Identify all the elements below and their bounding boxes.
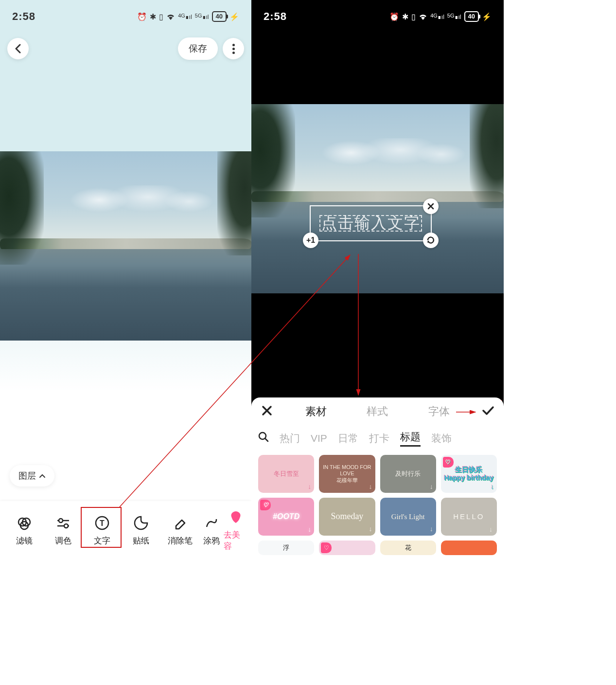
status-time: 2:58 [12,10,35,23]
download-icon: ↓ [430,483,433,491]
tool-beauty[interactable]: 去美容 [224,509,248,552]
sticker-item[interactable]: 及时行乐↓ [380,455,436,493]
text-placeholder: 点击输入文字 [321,213,421,234]
layers-label: 图层 [18,470,36,482]
bottom-toolbar: 滤镜 调色 T 文字 贴纸 消除笔 [0,501,251,559]
panel-confirm-button[interactable] [478,404,498,419]
status-icons: ⏰ ✱ ▯ 4G∎ıl 5G∎ıl 40 ⚡ [389,11,492,22]
sticker-item[interactable]: 冬日雪至↓ [258,455,314,493]
svg-point-9 [259,433,266,439]
vip-badge-icon: ♡ [321,542,332,553]
tool-label: 调色 [55,535,71,546]
download-icon: ↓ [369,525,372,534]
beauty-icon [228,509,244,525]
category-title[interactable]: 标题 [400,430,421,447]
chevron-up-icon [39,473,46,478]
signal-4g-icon: 4G∎ıl [430,13,444,20]
tool-doodle[interactable]: 涂鸦 [199,515,224,546]
download-icon: ↓ [491,483,494,491]
text-duplicate-handle[interactable]: +1 [303,233,318,248]
canvas-image-right[interactable] [251,104,504,293]
more-button[interactable] [223,38,244,59]
tab-font[interactable]: 字体 [419,402,459,421]
doodle-icon [204,515,219,531]
tool-sticker[interactable]: 贴纸 [122,515,160,546]
vip-badge-icon: ♡ [443,457,454,468]
download-icon: ↓ [308,525,311,534]
tool-label: 消除笔 [168,535,193,546]
sticker-item[interactable]: 花 [380,541,436,555]
tool-adjust[interactable]: 调色 [44,515,83,546]
vibrate-icon: ▯ [411,12,416,21]
tab-style[interactable]: 样式 [357,402,398,421]
tool-label: 文字 [94,535,110,546]
download-icon: ↓ [430,525,433,534]
bluetooth-icon: ✱ [402,12,408,21]
charging-icon: ⚡ [482,12,492,21]
sticker-item[interactable]: HELLO↓ [441,498,497,536]
tool-erase[interactable]: 消除笔 [160,515,199,546]
tool-label: 贴纸 [133,535,149,546]
canvas-image-left[interactable] [0,151,251,341]
adjust-icon [55,515,71,531]
tool-filter[interactable]: 滤镜 [5,515,44,546]
panel-close-button[interactable] [257,404,277,419]
sticker-icon [133,515,149,531]
category-row: 热门 VIP 日常 打卡 标题 装饰 [251,426,504,451]
search-button[interactable] [258,432,269,445]
text-input-box[interactable]: 点击输入文字 +1 [304,199,438,247]
sticker-item[interactable]: 浮 [258,541,314,555]
tool-label: 滤镜 [16,535,33,546]
tool-label: 去美容 [224,529,248,552]
bluetooth-icon: ✱ [150,12,156,21]
sticker-item[interactable]: Girl's Light↓ [380,498,436,536]
wifi-icon [419,12,427,21]
charging-icon: ⚡ [229,12,239,21]
text-icon: T [94,515,110,531]
status-bar-left: 2:58 ⏰ ✱ ▯ 4G∎ıl 5G∎ıl 40 ⚡ [0,0,251,26]
layers-button[interactable]: 图层 [10,465,54,487]
download-icon: ↓ [308,483,311,491]
text-close-handle[interactable] [423,198,439,214]
alarm-icon: ⏰ [389,12,399,21]
panel-header: 素材 样式 字体 [251,397,504,426]
signal-4g-icon: 4G∎ıl [178,13,192,20]
text-rotate-handle[interactable] [423,233,439,248]
svg-line-10 [265,439,268,441]
sticker-item[interactable]: ♡ [319,541,375,555]
sticker-item[interactable]: IN THE MOOD FOR LOVE 花樣年華↓ [319,455,375,493]
tool-text[interactable]: T 文字 [83,515,122,546]
text-style-panel: 素材 样式 字体 热门 VIP 日常 打卡 标题 装饰 冬日雪至↓IN THE … [251,397,504,563]
sticker-grid: 冬日雪至↓IN THE MOOD FOR LOVE 花樣年華↓及时行乐↓生日快乐… [251,451,504,559]
signal-5g-icon: 5G∎ıl [195,13,209,20]
save-button[interactable]: 保存 [178,37,218,60]
tool-label: 涂鸦 [203,535,220,546]
back-button[interactable] [7,38,29,59]
sticker-item[interactable]: #OOTD↓♡ [258,498,314,536]
panel-tabs: 素材 样式 字体 [281,402,475,421]
category-daily[interactable]: 日常 [338,432,358,445]
sticker-item[interactable] [441,541,497,555]
sticker-item[interactable]: 生日快乐 Happy birthday↓♡ [441,455,497,493]
wifi-icon [166,12,175,21]
vibrate-icon: ▯ [159,12,163,21]
download-icon: ↓ [489,525,494,534]
battery-icon: 40 [464,11,479,22]
alarm-icon: ⏰ [137,12,147,21]
category-vip[interactable]: VIP [311,433,327,444]
vip-badge-icon: ♡ [260,500,271,510]
sticker-item[interactable]: Someday↓ [319,498,375,536]
category-decorate[interactable]: 装饰 [431,432,452,445]
battery-icon: 40 [212,11,227,22]
tab-material[interactable]: 素材 [296,402,336,421]
filter-icon [17,515,32,531]
category-hot[interactable]: 热门 [280,432,300,445]
category-checkin[interactable]: 打卡 [369,432,389,445]
screen-left-editor: 2:58 ⏰ ✱ ▯ 4G∎ıl 5G∎ıl 40 ⚡ 保存 [0,0,251,559]
svg-point-6 [64,524,68,528]
svg-text:T: T [100,519,105,527]
status-bar-right: 2:58 ⏰ ✱ ▯ 4G∎ıl 5G∎ıl 40 ⚡ [251,0,504,26]
status-time: 2:58 [264,10,287,23]
signal-5g-icon: 5G∎ıl [447,13,461,20]
status-icons: ⏰ ✱ ▯ 4G∎ıl 5G∎ıl 40 ⚡ [137,11,239,22]
